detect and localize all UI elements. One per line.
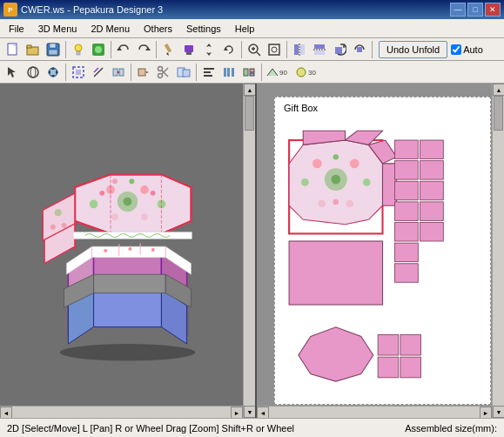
svg-rect-137 [420, 161, 443, 179]
svg-point-105 [55, 209, 62, 216]
svg-rect-18 [186, 52, 192, 55]
scale-button[interactable]: 30 [293, 63, 321, 82]
status-left: 2D [Select/Move] L [Pan] R or Wheel Drag… [7, 423, 294, 434]
app-icon: P [3, 3, 17, 17]
separator3 [156, 41, 157, 58]
svg-rect-135 [394, 264, 418, 282]
model-3d [17, 101, 238, 400]
scroll-thumb-3d[interactable] [245, 96, 254, 131]
svg-rect-17 [185, 45, 193, 52]
scroll-down-2d[interactable]: ▼ [493, 406, 504, 418]
svg-point-85 [104, 249, 107, 252]
menu-file[interactable]: File [2, 19, 31, 37]
menu-3d[interactable]: 3D Menu [31, 19, 84, 37]
auto-label: Auto [463, 44, 483, 55]
scroll-left-3d[interactable]: ◄ [0, 407, 12, 418]
scroll-thumb-2d[interactable] [494, 96, 503, 131]
move-part-button[interactable] [134, 63, 153, 82]
join-button[interactable] [109, 63, 128, 82]
maximize-button[interactable]: □ [467, 3, 483, 17]
group-button[interactable] [239, 63, 259, 82]
redo-button[interactable] [134, 40, 153, 59]
zoom-fit-button[interactable] [265, 40, 284, 59]
title-controls: — □ ✕ [450, 3, 501, 17]
scrollbar-3d-h[interactable]: ◄ ► [0, 406, 243, 418]
undo-unfold-button[interactable]: Undo Unfold [379, 41, 447, 58]
rotate-3d-angle[interactable]: 90 [265, 63, 292, 82]
undo-unfold-area: Undo Unfold Auto [379, 41, 483, 58]
scroll-left-2d[interactable]: ◄ [257, 407, 269, 418]
svg-rect-7 [50, 44, 56, 48]
minimize-button[interactable]: — [450, 3, 466, 17]
svg-marker-75 [94, 289, 162, 327]
toolbar1: Undo Unfold Auto [0, 38, 504, 61]
pen-button[interactable] [159, 40, 178, 59]
scrollbar-2d-v[interactable]: ▲ ▼ [492, 84, 504, 418]
panel-2d: Gift Box [257, 84, 504, 418]
menu-others[interactable]: Others [137, 19, 179, 37]
status-bar: 2D [Select/Move] L [Pan] R or Wheel Drag… [0, 418, 504, 437]
rotate-3d-button[interactable] [24, 63, 43, 82]
svg-point-26 [272, 47, 277, 52]
light-button[interactable] [69, 40, 88, 59]
stamp-button[interactable] [179, 40, 198, 59]
svg-rect-140 [420, 223, 443, 241]
texture-button[interactable] [89, 40, 108, 59]
scroll-right-3d[interactable]: ► [231, 407, 243, 418]
svg-rect-66 [250, 73, 254, 76]
svg-line-45 [94, 68, 103, 77]
open-button[interactable] [24, 40, 43, 59]
zoom-in-button[interactable] [245, 40, 264, 59]
rotate-90-button[interactable] [330, 40, 349, 59]
rotate-button[interactable] [219, 40, 239, 59]
move-button[interactable] [199, 40, 218, 59]
overlap-button[interactable] [174, 63, 193, 82]
svg-point-123 [333, 199, 339, 205]
scroll-up-3d[interactable]: ▲ [244, 84, 256, 96]
svg-rect-60 [204, 75, 212, 77]
scroll-up-2d[interactable]: ▲ [493, 84, 504, 96]
pan-3d-button[interactable] [44, 63, 63, 82]
svg-point-86 [128, 247, 131, 251]
select-3d-button[interactable] [3, 63, 23, 82]
svg-marker-16 [166, 52, 169, 56]
flip-v-button[interactable] [310, 40, 329, 59]
svg-point-96 [90, 200, 98, 209]
rotate-180-button[interactable] [350, 40, 369, 59]
close-button[interactable]: ✕ [485, 3, 501, 17]
svg-point-101 [129, 178, 134, 184]
title-bar: P CWER.ws - Pepakura Designer 3 — □ ✕ [0, 0, 504, 19]
scroll-down-3d[interactable]: ▼ [244, 406, 256, 418]
svg-point-117 [350, 159, 360, 169]
auto-checkbox-wrap: Auto [451, 44, 483, 55]
distribute-button[interactable] [219, 63, 239, 82]
menu-2d[interactable]: 2D Menu [84, 19, 137, 37]
svg-point-118 [363, 178, 371, 186]
svg-point-87 [151, 248, 155, 252]
auto-checkbox[interactable] [451, 44, 461, 55]
title-text: CWER.ws - Pepakura Designer 3 [21, 4, 163, 15]
menu-settings[interactable]: Settings [179, 19, 228, 37]
separator-t2-1 [65, 64, 66, 81]
scroll-right-2d[interactable]: ► [480, 407, 492, 418]
cut-button[interactable] [154, 63, 173, 82]
separator6 [372, 41, 373, 58]
align-left-button[interactable] [199, 63, 218, 82]
svg-rect-136 [420, 140, 443, 158]
fold-button[interactable] [89, 63, 108, 82]
save-button[interactable] [44, 40, 63, 59]
scrollbar-3d-v[interactable]: ▲ ▼ [243, 84, 255, 418]
new-button[interactable] [3, 40, 23, 59]
svg-point-116 [312, 159, 322, 169]
svg-rect-144 [378, 357, 399, 378]
flip-h-button[interactable] [290, 40, 309, 59]
select-2d-button[interactable] [69, 63, 88, 82]
undo-button[interactable] [114, 40, 133, 59]
svg-point-52 [158, 73, 163, 77]
status-right: Assembled size(mm): [405, 423, 497, 434]
scrollbar-2d-h[interactable]: ◄ ► [257, 406, 492, 418]
svg-point-97 [111, 213, 118, 220]
menu-help[interactable]: Help [228, 19, 262, 37]
toolbar2: 90 30 [0, 61, 504, 84]
svg-point-53 [158, 66, 163, 71]
